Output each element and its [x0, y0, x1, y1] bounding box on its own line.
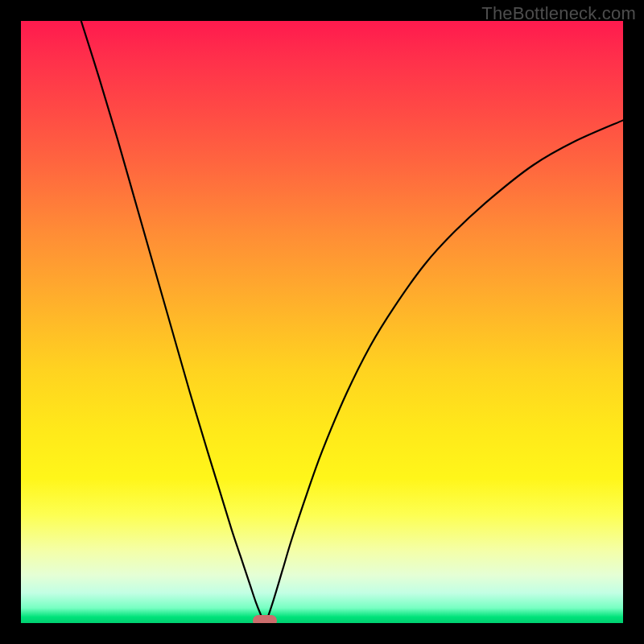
curve-layer: [21, 21, 623, 623]
bottleneck-curve-path: [81, 21, 623, 623]
optimum-marker: [253, 615, 277, 623]
plot-area: [21, 21, 623, 623]
watermark-label: TheBottleneck.com: [481, 3, 636, 24]
chart-canvas: TheBottleneck.com: [0, 0, 644, 644]
